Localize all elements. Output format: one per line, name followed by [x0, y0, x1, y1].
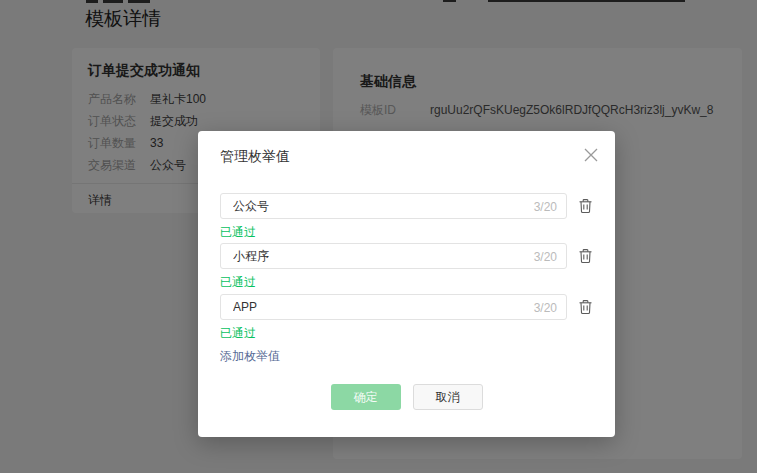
enum-value-row: 3/20 — [220, 193, 593, 219]
trash-icon[interactable] — [577, 299, 593, 316]
add-enum-value-link[interactable]: 添加枚举值 — [220, 348, 280, 365]
enum-status-badge: 已通过 — [220, 274, 256, 291]
enum-status-badge: 已通过 — [220, 224, 256, 241]
char-counter: 3/20 — [534, 200, 557, 214]
enum-value-row: 3/20 — [220, 294, 593, 320]
manage-enum-modal: 管理枚举值 3/20 已通过 3/20 已通过 — [198, 131, 615, 437]
enum-input-wrap: 3/20 — [220, 294, 567, 320]
enum-value-input[interactable] — [220, 243, 567, 269]
enum-value-row: 3/20 — [220, 243, 593, 269]
enum-value-input[interactable] — [220, 193, 567, 219]
confirm-button[interactable]: 确定 — [331, 384, 401, 410]
trash-icon[interactable] — [577, 248, 593, 265]
enum-status-badge: 已通过 — [220, 325, 256, 342]
enum-input-wrap: 3/20 — [220, 193, 567, 219]
modal-title: 管理枚举值 — [220, 148, 290, 166]
trash-icon[interactable] — [577, 198, 593, 215]
close-icon[interactable] — [581, 145, 601, 165]
enum-value-input[interactable] — [220, 294, 567, 320]
modal-footer: 确定 取消 — [198, 384, 615, 410]
cancel-button[interactable]: 取消 — [413, 384, 483, 410]
char-counter: 3/20 — [534, 301, 557, 315]
char-counter: 3/20 — [534, 250, 557, 264]
enum-input-wrap: 3/20 — [220, 243, 567, 269]
